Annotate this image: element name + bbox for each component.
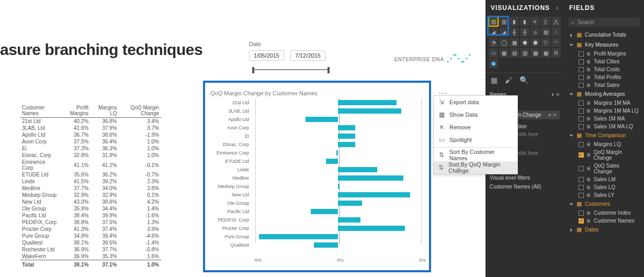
viz-slicer[interactable]: ▥ xyxy=(520,48,529,58)
field-customer-index[interactable]: 🖩Customer Index xyxy=(566,209,642,217)
table-header[interactable]: Margins LQ xyxy=(91,104,119,118)
table-header[interactable]: Customer Names xyxy=(20,104,59,118)
checkbox-icon[interactable] xyxy=(579,124,584,129)
field-table-dates[interactable]: ⏵▦Dates xyxy=(566,225,642,235)
viz-filled-map[interactable]: ⬢ xyxy=(530,38,540,47)
checkbox-icon[interactable] xyxy=(579,166,584,171)
margins-table[interactable]: Customer NamesProfit MarginsMargins LQQo… xyxy=(20,104,161,268)
viz-ribbon[interactable]: ⩍ xyxy=(530,27,540,37)
field-margins-1m-ma[interactable]: 🖩Margins 1M MA xyxy=(566,99,642,107)
checkbox-icon[interactable]: ✓ xyxy=(579,218,584,224)
checkbox-icon[interactable] xyxy=(579,177,584,182)
chart-bar[interactable] xyxy=(314,242,338,248)
filter-customer-names[interactable]: Customer Names (All) xyxy=(490,182,560,192)
table-row[interactable]: WakeFern36.9%35.3%1.6% xyxy=(20,253,161,260)
viz-table[interactable]: ▦ xyxy=(530,48,540,58)
viz-treemap[interactable]: ▦ xyxy=(510,38,519,47)
field-qoq-sales-change[interactable]: 🖩QoQ Sales Change xyxy=(566,162,642,175)
table-row[interactable]: Linde41.5%39.2%2.3% xyxy=(20,178,161,185)
checkbox-icon[interactable] xyxy=(579,67,584,72)
field-total-profits[interactable]: 🖩Total Profits xyxy=(566,73,642,81)
slider-handle-left[interactable] xyxy=(252,67,254,73)
field-sales-1m-ma-lq[interactable]: 🖩Sales 1M MA LQ xyxy=(566,123,642,130)
chart-bar[interactable] xyxy=(338,201,362,206)
viz-100-bar[interactable]: ≡ xyxy=(530,17,540,26)
checkbox-icon[interactable] xyxy=(579,142,584,147)
chart-bar[interactable] xyxy=(338,142,355,147)
table-row[interactable]: Qualitest38.1%39.5%-1.4% xyxy=(20,239,161,246)
table-row[interactable]: Pacific Ltd38.4%39.9%-1.6% xyxy=(20,212,161,219)
chart-bar-row[interactable]: Qualitest xyxy=(210,241,424,249)
date-slider[interactable] xyxy=(249,67,333,72)
checkbox-icon[interactable] xyxy=(579,108,584,114)
table-header[interactable]: Profit Margins xyxy=(59,104,91,118)
field-qoq-margin-change[interactable]: ✓🖩QoQ Margin Change xyxy=(566,148,642,162)
table-row[interactable]: Elorac, Corp32.8%31.8%1.0% xyxy=(20,152,161,159)
chart-bar[interactable] xyxy=(338,217,360,223)
viz-line[interactable]: ⋀ xyxy=(551,17,561,26)
analytics-tab-icon[interactable]: 🔍 xyxy=(519,76,528,84)
viz-matrix[interactable]: ▦ xyxy=(541,48,550,58)
date-from-input[interactable]: 1/05/2015 xyxy=(249,50,284,61)
viz-card[interactable]: ▭ xyxy=(489,48,498,58)
table-row[interactable]: Ole Group35.8%34.4%1.4% xyxy=(20,205,161,212)
viz-funnel[interactable]: ▽ xyxy=(541,38,550,47)
table-row[interactable]: Avon Corp37.5%36.4%1.0% xyxy=(20,138,161,145)
date-slicer[interactable]: Date 1/05/2015 7/12/2015 xyxy=(249,41,333,72)
checkbox-icon[interactable] xyxy=(579,59,584,64)
checkbox-icon[interactable] xyxy=(579,83,584,88)
viz-100-column[interactable]: ▯ xyxy=(541,17,550,26)
field-table-cumulative-totals[interactable]: ⏵▦Cumulative Totals xyxy=(566,30,642,40)
table-row[interactable]: ETUDE Ltd35.6%36.2%-0.7% xyxy=(20,171,161,178)
viz-donut[interactable]: ◯ xyxy=(499,38,509,47)
chart-bar[interactable] xyxy=(338,100,397,105)
field-sales-1m-ma[interactable]: 🖩Sales 1M MA xyxy=(566,115,642,123)
chart-bar[interactable] xyxy=(338,134,355,139)
chart-bar[interactable] xyxy=(311,209,338,214)
table-row[interactable]: 21st Ltd40.2%36.8%3.4% xyxy=(20,118,161,125)
field-customer-names[interactable]: ✓🖩Customer Names xyxy=(566,217,642,225)
viz-arcgis[interactable]: ⬢ xyxy=(489,59,498,68)
checkbox-icon[interactable]: ✓ xyxy=(579,152,584,158)
clear-axis-icon[interactable]: ▾ ✕ xyxy=(551,92,560,97)
date-to-input[interactable]: 7/12/2015 xyxy=(290,50,325,61)
field-table-customers[interactable]: ⏷▦Customers xyxy=(566,199,642,209)
viz-pie[interactable]: ◔ xyxy=(489,38,498,47)
chart-bar[interactable] xyxy=(338,226,405,231)
table-row[interactable]: Rochester Ltd36.9%37.7%-0.8% xyxy=(20,246,161,253)
chart-bar[interactable] xyxy=(338,175,403,181)
table-row[interactable]: Medsep Group32.9%32.9%0.1% xyxy=(20,192,161,198)
menu-spotlight[interactable]: ▭Spotlight xyxy=(434,134,517,146)
format-tab-icon[interactable]: 🖌 xyxy=(505,76,512,84)
menu-sort-customer[interactable]: ⇅Sort By Customer Names xyxy=(434,149,517,161)
field-sales-ly[interactable]: 🖩Sales LY xyxy=(566,191,642,199)
viz-map[interactable]: ⬢ xyxy=(520,38,529,47)
table-row[interactable]: Apollo Ltd36.7%38.6%-1.9% xyxy=(20,131,161,138)
table-header[interactable]: QoQ Margin Change xyxy=(119,104,161,118)
table-row[interactable]: Pure Group34.8%39.4%-4.6% xyxy=(20,232,161,239)
field-sales-lq[interactable]: 🖩Sales LQ xyxy=(566,183,642,191)
viz-line-column[interactable]: ╫ xyxy=(510,27,519,37)
chart-bar[interactable] xyxy=(336,150,338,156)
table-row[interactable]: Procter Corp41.3%37.4%3.9% xyxy=(20,226,161,232)
viz-waterfall[interactable]: ▤ xyxy=(541,27,550,37)
menu-export-data[interactable]: ⇲Export data xyxy=(434,96,517,108)
chart-bar[interactable] xyxy=(338,192,410,197)
menu-sort-qoq[interactable]: ⇅Sort By QoQ Margin Change xyxy=(434,161,517,174)
chart-bar[interactable] xyxy=(338,184,340,189)
checkbox-icon[interactable] xyxy=(579,51,584,57)
chart-bar[interactable] xyxy=(338,125,355,130)
field-table-moving-averages[interactable]: ⏷▦Moving Averages xyxy=(566,89,642,99)
chart-bar[interactable] xyxy=(326,159,338,164)
checkbox-icon[interactable] xyxy=(579,116,584,121)
menu-show-data[interactable]: ▦Show Data xyxy=(434,108,517,121)
field-margins-lq[interactable]: 🖩Margins LQ xyxy=(566,140,642,148)
chart-bar[interactable] xyxy=(338,167,377,172)
checkbox-icon[interactable] xyxy=(579,193,584,198)
viz-scatter[interactable]: ⁘ xyxy=(551,27,561,37)
field-total-cities[interactable]: 🖩Total Cities xyxy=(566,58,642,65)
table-row[interactable]: 3LAB, Ltd41.6%37.9%3.7% xyxy=(20,125,161,131)
chart-bar[interactable] xyxy=(338,108,401,114)
table-row[interactable]: Ei37.3%36.3%1.0% xyxy=(20,145,161,152)
table-row[interactable]: Medline37.7%34.0%3.8% xyxy=(20,185,161,192)
